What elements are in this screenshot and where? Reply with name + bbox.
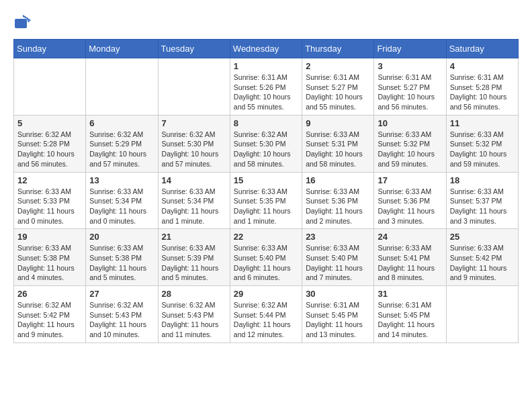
calendar-cell: 25Sunrise: 6:33 AM Sunset: 5:42 PM Dayli… bbox=[446, 229, 518, 286]
calendar-body: 1Sunrise: 6:31 AM Sunset: 5:26 PM Daylig… bbox=[14, 58, 519, 343]
calendar-cell: 2Sunrise: 6:31 AM Sunset: 5:27 PM Daylig… bbox=[302, 58, 374, 116]
day-info: Sunrise: 6:33 AM Sunset: 5:32 PM Dayligh… bbox=[378, 130, 442, 169]
calendar-cell: 31Sunrise: 6:31 AM Sunset: 5:45 PM Dayli… bbox=[374, 286, 446, 343]
calendar-table: SundayMondayTuesdayWednesdayThursdayFrid… bbox=[13, 39, 519, 343]
day-number: 13 bbox=[89, 175, 154, 185]
calendar-cell: 29Sunrise: 6:32 AM Sunset: 5:44 PM Dayli… bbox=[230, 286, 302, 343]
day-info: Sunrise: 6:33 AM Sunset: 5:40 PM Dayligh… bbox=[234, 243, 298, 283]
day-number: 28 bbox=[162, 289, 226, 299]
calendar-cell: 19Sunrise: 6:33 AM Sunset: 5:38 PM Dayli… bbox=[14, 229, 86, 286]
calendar-week-3: 12Sunrise: 6:33 AM Sunset: 5:33 PM Dayli… bbox=[14, 172, 519, 229]
page-header bbox=[13, 13, 519, 32]
calendar-week-1: 1Sunrise: 6:31 AM Sunset: 5:26 PM Daylig… bbox=[14, 58, 519, 116]
day-number: 22 bbox=[234, 232, 298, 242]
header-saturday: Saturday bbox=[446, 40, 518, 58]
day-number: 21 bbox=[162, 232, 226, 242]
calendar-cell bbox=[14, 58, 86, 116]
calendar-cell: 13Sunrise: 6:33 AM Sunset: 5:34 PM Dayli… bbox=[86, 172, 158, 229]
day-number: 5 bbox=[17, 118, 82, 128]
day-number: 16 bbox=[306, 175, 370, 185]
day-info: Sunrise: 6:31 AM Sunset: 5:27 PM Dayligh… bbox=[306, 73, 370, 112]
calendar-week-2: 5Sunrise: 6:32 AM Sunset: 5:28 PM Daylig… bbox=[14, 115, 519, 172]
day-number: 2 bbox=[306, 61, 370, 71]
day-info: Sunrise: 6:32 AM Sunset: 5:28 PM Dayligh… bbox=[17, 130, 82, 169]
day-info: Sunrise: 6:33 AM Sunset: 5:42 PM Dayligh… bbox=[450, 243, 515, 283]
day-info: Sunrise: 6:33 AM Sunset: 5:36 PM Dayligh… bbox=[378, 187, 442, 226]
day-info: Sunrise: 6:31 AM Sunset: 5:26 PM Dayligh… bbox=[234, 73, 298, 112]
day-number: 19 bbox=[17, 232, 82, 242]
calendar-week-4: 19Sunrise: 6:33 AM Sunset: 5:38 PM Dayli… bbox=[14, 229, 519, 286]
day-number: 20 bbox=[89, 232, 154, 242]
calendar-cell: 4Sunrise: 6:31 AM Sunset: 5:28 PM Daylig… bbox=[446, 58, 518, 116]
day-number: 24 bbox=[378, 232, 442, 242]
day-info: Sunrise: 6:31 AM Sunset: 5:28 PM Dayligh… bbox=[450, 73, 515, 112]
calendar-cell: 21Sunrise: 6:33 AM Sunset: 5:39 PM Dayli… bbox=[158, 229, 230, 286]
calendar-cell: 5Sunrise: 6:32 AM Sunset: 5:28 PM Daylig… bbox=[14, 115, 86, 172]
day-info: Sunrise: 6:31 AM Sunset: 5:45 PM Dayligh… bbox=[378, 300, 442, 340]
day-number: 1 bbox=[234, 61, 298, 71]
header-tuesday: Tuesday bbox=[158, 40, 230, 58]
day-info: Sunrise: 6:32 AM Sunset: 5:30 PM Dayligh… bbox=[162, 130, 226, 169]
calendar-cell: 1Sunrise: 6:31 AM Sunset: 5:26 PM Daylig… bbox=[230, 58, 302, 116]
day-info: Sunrise: 6:33 AM Sunset: 5:37 PM Dayligh… bbox=[450, 187, 515, 226]
calendar-week-5: 26Sunrise: 6:32 AM Sunset: 5:42 PM Dayli… bbox=[14, 286, 519, 343]
day-info: Sunrise: 6:32 AM Sunset: 5:43 PM Dayligh… bbox=[162, 300, 226, 340]
svg-rect-0 bbox=[15, 19, 27, 28]
day-info: Sunrise: 6:33 AM Sunset: 5:38 PM Dayligh… bbox=[89, 243, 154, 283]
day-number: 7 bbox=[162, 118, 226, 128]
header-sunday: Sunday bbox=[14, 40, 86, 58]
day-number: 10 bbox=[378, 118, 442, 128]
logo bbox=[13, 13, 35, 32]
calendar-cell: 8Sunrise: 6:32 AM Sunset: 5:30 PM Daylig… bbox=[230, 115, 302, 172]
logo-icon bbox=[13, 13, 32, 32]
calendar-cell bbox=[86, 58, 158, 116]
calendar-cell: 3Sunrise: 6:31 AM Sunset: 5:27 PM Daylig… bbox=[374, 58, 446, 116]
day-info: Sunrise: 6:32 AM Sunset: 5:43 PM Dayligh… bbox=[89, 300, 154, 340]
calendar-cell: 6Sunrise: 6:32 AM Sunset: 5:29 PM Daylig… bbox=[86, 115, 158, 172]
day-info: Sunrise: 6:33 AM Sunset: 5:34 PM Dayligh… bbox=[89, 187, 154, 226]
day-number: 15 bbox=[234, 175, 298, 185]
header-monday: Monday bbox=[86, 40, 158, 58]
day-info: Sunrise: 6:33 AM Sunset: 5:35 PM Dayligh… bbox=[234, 187, 298, 226]
day-info: Sunrise: 6:33 AM Sunset: 5:32 PM Dayligh… bbox=[450, 130, 515, 169]
day-info: Sunrise: 6:33 AM Sunset: 5:31 PM Dayligh… bbox=[306, 130, 370, 169]
day-number: 6 bbox=[89, 118, 154, 128]
calendar-cell: 27Sunrise: 6:32 AM Sunset: 5:43 PM Dayli… bbox=[86, 286, 158, 343]
calendar-cell: 23Sunrise: 6:33 AM Sunset: 5:40 PM Dayli… bbox=[302, 229, 374, 286]
calendar-header: SundayMondayTuesdayWednesdayThursdayFrid… bbox=[14, 40, 519, 58]
day-number: 31 bbox=[378, 289, 442, 299]
calendar-cell: 11Sunrise: 6:33 AM Sunset: 5:32 PM Dayli… bbox=[446, 115, 518, 172]
calendar-cell: 17Sunrise: 6:33 AM Sunset: 5:36 PM Dayli… bbox=[374, 172, 446, 229]
day-number: 27 bbox=[89, 289, 154, 299]
calendar-cell: 9Sunrise: 6:33 AM Sunset: 5:31 PM Daylig… bbox=[302, 115, 374, 172]
calendar-cell bbox=[446, 286, 518, 343]
header-thursday: Thursday bbox=[302, 40, 374, 58]
calendar-cell: 10Sunrise: 6:33 AM Sunset: 5:32 PM Dayli… bbox=[374, 115, 446, 172]
day-info: Sunrise: 6:33 AM Sunset: 5:38 PM Dayligh… bbox=[17, 243, 82, 283]
calendar-cell: 26Sunrise: 6:32 AM Sunset: 5:42 PM Dayli… bbox=[14, 286, 86, 343]
header-friday: Friday bbox=[374, 40, 446, 58]
calendar-cell: 18Sunrise: 6:33 AM Sunset: 5:37 PM Dayli… bbox=[446, 172, 518, 229]
day-number: 18 bbox=[450, 175, 515, 185]
day-number: 14 bbox=[162, 175, 226, 185]
day-number: 9 bbox=[306, 118, 370, 128]
calendar-cell bbox=[158, 58, 230, 116]
header-wednesday: Wednesday bbox=[230, 40, 302, 58]
day-info: Sunrise: 6:33 AM Sunset: 5:36 PM Dayligh… bbox=[306, 187, 370, 226]
day-number: 8 bbox=[234, 118, 298, 128]
calendar-cell: 30Sunrise: 6:31 AM Sunset: 5:45 PM Dayli… bbox=[302, 286, 374, 343]
day-info: Sunrise: 6:31 AM Sunset: 5:45 PM Dayligh… bbox=[306, 300, 370, 340]
day-number: 17 bbox=[378, 175, 442, 185]
day-info: Sunrise: 6:33 AM Sunset: 5:34 PM Dayligh… bbox=[162, 187, 226, 226]
day-number: 25 bbox=[450, 232, 515, 242]
day-info: Sunrise: 6:32 AM Sunset: 5:29 PM Dayligh… bbox=[89, 130, 154, 169]
calendar-cell: 14Sunrise: 6:33 AM Sunset: 5:34 PM Dayli… bbox=[158, 172, 230, 229]
calendar-cell: 15Sunrise: 6:33 AM Sunset: 5:35 PM Dayli… bbox=[230, 172, 302, 229]
calendar-cell: 7Sunrise: 6:32 AM Sunset: 5:30 PM Daylig… bbox=[158, 115, 230, 172]
day-info: Sunrise: 6:32 AM Sunset: 5:30 PM Dayligh… bbox=[234, 130, 298, 169]
day-number: 30 bbox=[306, 289, 370, 299]
calendar-cell: 20Sunrise: 6:33 AM Sunset: 5:38 PM Dayli… bbox=[86, 229, 158, 286]
day-info: Sunrise: 6:31 AM Sunset: 5:27 PM Dayligh… bbox=[378, 73, 442, 112]
day-info: Sunrise: 6:32 AM Sunset: 5:42 PM Dayligh… bbox=[17, 300, 82, 340]
day-info: Sunrise: 6:33 AM Sunset: 5:39 PM Dayligh… bbox=[162, 243, 226, 283]
